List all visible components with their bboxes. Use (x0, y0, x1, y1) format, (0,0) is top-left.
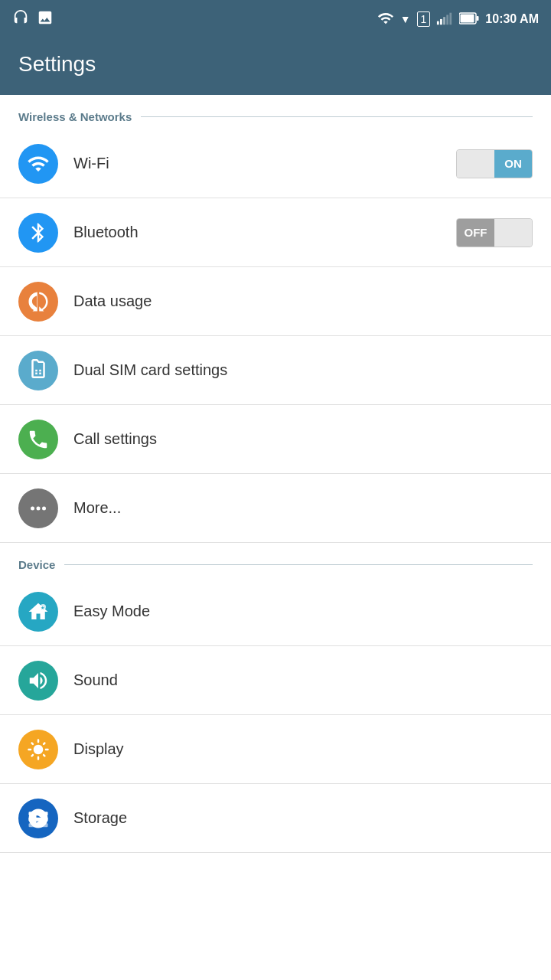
status-bar: ▼ 1 10:30 AM (0, 0, 551, 38)
easy-mode-icon-wrapper: ★ (18, 592, 58, 632)
svg-point-10 (42, 506, 46, 510)
bluetooth-icon-wrapper (18, 213, 58, 253)
display-item[interactable]: Display (0, 715, 551, 784)
dual-sim-item[interactable]: Dual SIM card settings (0, 336, 551, 405)
svg-rect-13 (29, 812, 48, 815)
device-section-divider (64, 564, 533, 565)
storage-icon-wrapper (18, 799, 58, 838)
wifi-label: Wi-Fi (73, 155, 456, 172)
svg-point-9 (37, 506, 41, 510)
sim-icon: 1 (417, 11, 431, 27)
page-title: Settings (18, 52, 533, 77)
svg-rect-15 (29, 823, 48, 827)
svg-rect-2 (444, 17, 446, 24)
sound-item[interactable]: Sound (0, 646, 551, 715)
display-icon-wrapper (18, 730, 58, 769)
display-label: Display (73, 740, 533, 758)
dual-sim-icon-wrapper (18, 351, 58, 390)
more-label: More... (73, 499, 533, 517)
sound-label: Sound (73, 671, 533, 689)
bluetooth-toggle-off-label: OFF (457, 219, 494, 247)
wifi-icon (27, 152, 50, 175)
svg-rect-14 (29, 817, 48, 821)
phone-icon (27, 428, 50, 451)
wifi-icon (377, 10, 394, 29)
display-icon (27, 738, 50, 761)
wifi-item[interactable]: Wi-Fi ON (0, 129, 551, 198)
download-icon: ▼ (400, 13, 411, 25)
more-item[interactable]: More... (0, 474, 551, 543)
more-icon (27, 497, 50, 520)
device-section-header: Device (0, 543, 551, 577)
storage-label: Storage (73, 809, 533, 827)
call-settings-label: Call settings (73, 430, 533, 448)
easy-mode-label: Easy Mode (73, 603, 533, 620)
dual-sim-label: Dual SIM card settings (73, 361, 533, 379)
easy-mode-icon: ★ (27, 600, 50, 623)
wifi-toggle-on-label: ON (494, 150, 532, 178)
bluetooth-icon (27, 221, 50, 244)
svg-rect-3 (447, 15, 449, 24)
headset-icon (12, 9, 29, 30)
dual-sim-icon (27, 359, 50, 382)
sound-icon (27, 669, 50, 692)
wifi-icon-wrapper (18, 144, 58, 184)
wifi-toggle[interactable]: ON (456, 149, 533, 178)
bluetooth-toggle[interactable]: OFF (456, 218, 533, 247)
easy-mode-item[interactable]: ★ Easy Mode (0, 577, 551, 646)
call-settings-item[interactable]: Call settings (0, 405, 551, 474)
wireless-section-header: Wireless & Networks (0, 95, 551, 129)
storage-item[interactable]: Storage (0, 784, 551, 853)
data-usage-label: Data usage (73, 292, 533, 310)
svg-text:★: ★ (41, 604, 44, 609)
svg-rect-1 (440, 18, 442, 24)
status-right-icons: ▼ 1 10:30 AM (377, 10, 539, 29)
image-icon (37, 9, 54, 30)
data-usage-icon (27, 290, 50, 313)
bluetooth-item[interactable]: Bluetooth OFF (0, 198, 551, 267)
svg-rect-6 (477, 16, 479, 21)
signal-icon (436, 10, 453, 29)
svg-rect-4 (450, 12, 452, 24)
bluetooth-label: Bluetooth (73, 224, 456, 241)
data-usage-item[interactable]: Data usage (0, 267, 551, 336)
wireless-section-divider (141, 116, 533, 117)
status-left-icons (12, 9, 54, 30)
time-display: 10:30 AM (485, 12, 539, 26)
sound-icon-wrapper (18, 661, 58, 701)
svg-rect-0 (437, 21, 439, 24)
svg-rect-7 (461, 14, 474, 22)
storage-icon (27, 807, 50, 830)
svg-point-8 (31, 506, 34, 510)
battery-icon (459, 10, 479, 29)
more-icon-wrapper (18, 488, 58, 528)
wireless-section-label: Wireless & Networks (18, 110, 132, 123)
settings-header: Settings (0, 38, 551, 95)
call-settings-icon-wrapper (18, 420, 58, 459)
device-section-label: Device (18, 558, 55, 571)
data-usage-icon-wrapper (18, 282, 58, 322)
